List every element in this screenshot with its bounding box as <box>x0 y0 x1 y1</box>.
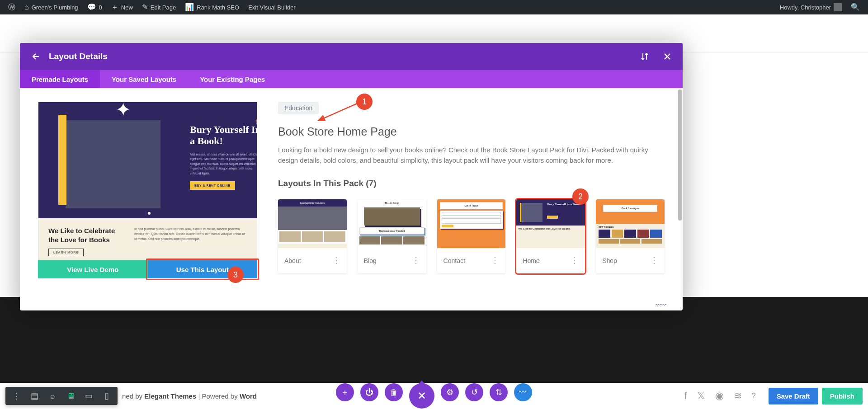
pager-dot <box>148 212 151 215</box>
site-name[interactable]: ⌂Green's Plumbing <box>20 0 83 14</box>
comments-count: 0 <box>99 4 102 11</box>
tab-existing[interactable]: Your Existing Pages <box>188 70 277 88</box>
save-draft-button[interactable]: Save Draft <box>769 388 818 404</box>
svg-line-0 <box>318 103 357 121</box>
annotation-1: 1 <box>356 94 373 110</box>
thumb-bar: Book Catalogue <box>622 207 639 210</box>
card-shop[interactable]: Book Catalogue New Releases Shop⋮ <box>596 199 665 273</box>
preview-hero-body: Nisl massa, ultrices vitae ornare sit am… <box>190 152 257 176</box>
tab-saved[interactable]: Your Saved Layouts <box>100 70 188 88</box>
card-label: Home <box>523 257 539 264</box>
edit-page[interactable]: ✎Edit Page <box>137 0 180 14</box>
preview-image <box>66 120 160 208</box>
history-button[interactable]: ↺ <box>465 383 483 401</box>
view-toolbar: ⋮ ▤ ⌕ 🖥 ▭ ▯ <box>5 387 118 405</box>
howdy-label: Howdy, Christopher <box>780 4 831 11</box>
trash-button[interactable]: 🗑 <box>385 383 403 401</box>
page-body: Layout Details Premade Layouts Your Save… <box>0 14 868 409</box>
annotation-3: 3 <box>227 267 244 283</box>
thumb-bar: Book Blog <box>358 199 426 207</box>
builder-circles: ＋ ⏻ 🗑 ✕ ⚙ ↺ ⇅ 〰 <box>336 383 532 409</box>
comments[interactable]: 💬0 <box>83 0 107 14</box>
modal-title: Layout Details <box>49 52 108 61</box>
wave-button[interactable]: 〰 <box>514 383 532 401</box>
new-content[interactable]: ＋New <box>107 0 137 14</box>
edit-label: Edit Page <box>151 4 176 11</box>
view-demo-button[interactable]: View Live Demo <box>38 260 148 278</box>
tab-premade[interactable]: Premade Layouts <box>20 70 100 88</box>
card-menu-icon[interactable]: ⋮ <box>332 259 340 262</box>
close-builder-button[interactable]: ✕ <box>409 383 434 409</box>
wireframe-icon[interactable]: ▤ <box>25 387 43 405</box>
card-label: About <box>284 257 301 264</box>
preview-lorem: In non pulvinar purus. Curabitur nisi od… <box>134 226 247 252</box>
pack-title: Layouts In This Pack (7) <box>278 179 665 188</box>
back-icon[interactable] <box>31 52 40 61</box>
annotation-2: 2 <box>572 188 589 205</box>
modal-tabs: Premade Layouts Your Saved Layouts Your … <box>20 70 683 88</box>
rank-math[interactable]: 📊Rank Math SEO <box>180 0 244 14</box>
avatar <box>834 3 842 11</box>
preview-subtitle: We Like to Celebrate the Love for Books <box>48 226 125 244</box>
card-about[interactable]: Connecting Readers About⋮ <box>278 199 347 273</box>
preview-learn-more: LEARN MORE <box>48 249 84 256</box>
wp-admin-bar: ⓦ ⌂Green's Plumbing 💬0 ＋New ✎Edit Page 📊… <box>0 0 868 14</box>
add-button[interactable]: ＋ <box>336 383 354 401</box>
layout-cards: Connecting Readers About⋮ Book Blog The … <box>278 199 665 273</box>
new-label: New <box>121 4 133 11</box>
card-blog[interactable]: Book Blog The Road Less Traveled Blog⋮ <box>358 199 426 273</box>
dribbble-icon[interactable]: ◉ <box>715 390 724 402</box>
card-label: Contact <box>443 257 465 264</box>
card-menu-icon[interactable]: ⋮ <box>650 259 658 262</box>
thumb-sub: New Releases <box>599 226 613 228</box>
category-badge[interactable]: Education <box>278 102 319 114</box>
layout-modal: Layout Details Premade Layouts Your Save… <box>20 43 683 310</box>
card-label: Shop <box>602 257 617 264</box>
modal-header: Layout Details <box>20 43 683 70</box>
zoom-icon[interactable]: ⌕ <box>43 387 61 405</box>
thumb-bar: Get In Touch <box>464 204 478 207</box>
thumb-sub: We Like to Celebrate the Love for Books <box>518 227 570 230</box>
layout-description: Looking for a bold new design to sell yo… <box>278 145 653 166</box>
card-menu-icon[interactable]: ⋮ <box>491 259 499 262</box>
swap-button[interactable]: ⇅ <box>490 383 508 401</box>
rss-icon[interactable]: ≋ <box>734 390 742 402</box>
use-layout-label: Use This Layout <box>176 266 229 273</box>
footer-credit: ned by Elegant Themes | Powered by Word <box>122 392 257 400</box>
footer-socials: f 𝕏 ◉ ≋ ? <box>684 390 756 402</box>
annotation-arrow <box>316 102 361 124</box>
exit-builder[interactable]: Exit Visual Builder <box>244 0 300 14</box>
site-name-label: Green's Plumbing <box>32 4 78 11</box>
preview-hero-button: BUY & RENT ONLINE <box>190 181 235 190</box>
help-icon[interactable]: ? <box>752 392 756 400</box>
settings-button[interactable]: ⚙ <box>441 383 459 401</box>
modal-body: ✦ ⌇⌇ Bury Yourself In a Book! Nisl massa… <box>20 88 683 310</box>
phone-icon[interactable]: ▯ <box>98 387 116 405</box>
x-icon[interactable]: 𝕏 <box>697 390 705 402</box>
exit-label: Exit Visual Builder <box>248 4 296 11</box>
power-button[interactable]: ⏻ <box>360 383 378 401</box>
preview-hero-title: Bury Yourself In a Book! <box>190 124 257 147</box>
layout-preview: ✦ ⌇⌇ Bury Yourself In a Book! Nisl massa… <box>38 102 257 260</box>
card-home[interactable]: Bury Yourself in a Book! We Like to Cele… <box>516 199 585 273</box>
thumb-bar: Connecting Readers <box>278 199 347 207</box>
star-icon: ✦ <box>115 102 131 121</box>
builder-bar: ⋮ ▤ ⌕ 🖥 ▭ ▯ ned by Elegant Themes | Powe… <box>0 383 868 409</box>
howdy-user[interactable]: Howdy, Christopher <box>775 0 846 14</box>
menu-icon[interactable]: ⋮ <box>7 387 25 405</box>
tablet-icon[interactable]: ▭ <box>80 387 98 405</box>
sort-icon[interactable] <box>640 52 649 61</box>
wave-icon: 〰〰 <box>656 301 665 309</box>
desktop-icon[interactable]: 🖥 <box>61 387 80 405</box>
card-menu-icon[interactable]: ⋮ <box>571 259 579 262</box>
admin-search[interactable]: 🔍 <box>846 0 864 14</box>
card-menu-icon[interactable]: ⋮ <box>412 259 420 262</box>
publish-button[interactable]: Publish <box>822 388 863 404</box>
wp-logo[interactable]: ⓦ <box>4 0 20 14</box>
card-contact[interactable]: Get In Touch Contact⋮ <box>437 199 506 273</box>
close-icon[interactable] <box>663 52 672 61</box>
scrollbar[interactable] <box>678 89 682 221</box>
card-label: Blog <box>364 257 377 264</box>
thumb-post: The Road Less Traveled <box>379 230 405 232</box>
facebook-icon[interactable]: f <box>684 390 687 402</box>
